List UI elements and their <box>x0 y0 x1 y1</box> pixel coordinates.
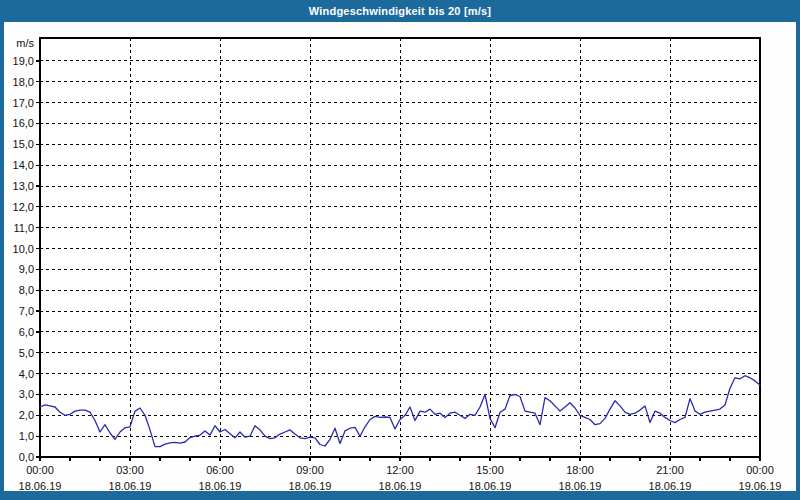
svg-text:13,0: 13,0 <box>13 180 34 192</box>
svg-text:9,0: 9,0 <box>19 263 34 275</box>
x-tick-time: 06:00 <box>206 464 234 476</box>
x-tick-time: 12:00 <box>386 464 414 476</box>
svg-text:1,0: 1,0 <box>19 430 34 442</box>
x-tick-date: 18.06.19 <box>559 480 602 492</box>
svg-text:8,0: 8,0 <box>19 284 34 296</box>
chart-window: m/s0,01,02,03,04,05,06,07,08,09,010,011,… <box>0 0 800 500</box>
x-tick-date: 18.06.19 <box>379 480 422 492</box>
svg-text:12,0: 12,0 <box>13 201 34 213</box>
window-title-bar: Windgeschwindigkeit bis 20 [m/s] <box>0 0 800 22</box>
svg-text:17,0: 17,0 <box>13 97 34 109</box>
svg-text:16,0: 16,0 <box>13 117 34 129</box>
svg-text:6,0: 6,0 <box>19 326 34 338</box>
svg-text:19,0: 19,0 <box>13 55 34 67</box>
svg-text:10,0: 10,0 <box>13 243 34 255</box>
svg-text:18,0: 18,0 <box>13 76 34 88</box>
x-tick-time: 15:00 <box>476 464 504 476</box>
x-tick-date: 18.06.19 <box>19 480 62 492</box>
svg-text:7,0: 7,0 <box>19 305 34 317</box>
x-tick-time: 00:00 <box>26 464 54 476</box>
x-tick-date: 19.06.19 <box>739 480 782 492</box>
svg-text:11,0: 11,0 <box>13 222 34 234</box>
x-tick-date: 18.06.19 <box>199 480 242 492</box>
x-axis-labels: 00:0018.06.1903:0018.06.1906:0018.06.190… <box>19 464 782 492</box>
x-tick-time: 18:00 <box>566 464 594 476</box>
x-tick-time: 00:00 <box>746 464 774 476</box>
x-tick-date: 18.06.19 <box>649 480 692 492</box>
svg-text:0,0: 0,0 <box>19 451 34 463</box>
x-tick-date: 18.06.19 <box>289 480 332 492</box>
svg-text:m/s: m/s <box>16 37 34 49</box>
svg-text:4,0: 4,0 <box>19 368 34 380</box>
svg-text:2,0: 2,0 <box>19 409 34 421</box>
x-tick-time: 03:00 <box>116 464 144 476</box>
svg-text:15,0: 15,0 <box>13 138 34 150</box>
wind-speed-chart: m/s0,01,02,03,04,05,06,07,08,09,010,011,… <box>0 0 800 500</box>
x-tick-date: 18.06.19 <box>109 480 152 492</box>
svg-text:14,0: 14,0 <box>13 159 34 171</box>
x-tick-time: 21:00 <box>656 464 684 476</box>
x-tick-time: 09:00 <box>296 464 324 476</box>
svg-text:5,0: 5,0 <box>19 347 34 359</box>
svg-text:3,0: 3,0 <box>19 388 34 400</box>
x-tick-date: 18.06.19 <box>469 480 512 492</box>
y-axis-labels: m/s0,01,02,03,04,05,06,07,08,09,010,011,… <box>13 37 35 463</box>
window-title: Windgeschwindigkeit bis 20 [m/s] <box>309 5 491 17</box>
